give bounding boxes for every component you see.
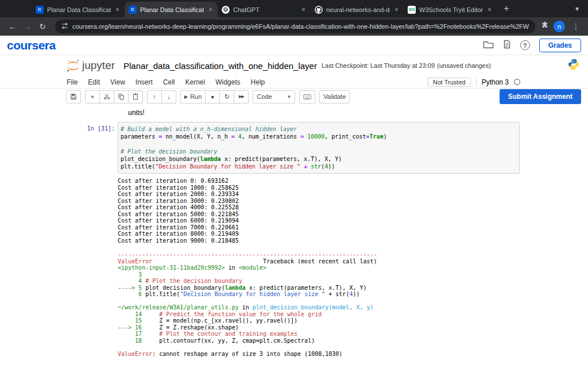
tab-title: Planar Data Classification wit <box>47 6 111 13</box>
notebook-title[interactable]: Planar_data_classification_with_one_hidd… <box>123 61 317 71</box>
profile-avatar[interactable]: n <box>554 21 565 32</box>
menu-kernel[interactable]: Kernel <box>180 78 211 86</box>
menu-help[interactable]: Help <box>246 78 270 86</box>
paste-cell-button[interactable] <box>128 90 143 103</box>
tab-title: neural-networks-and-deep-le <box>326 6 390 13</box>
coursera-favicon: C <box>129 6 137 14</box>
restart-run-all-button[interactable]: ▶▶ <box>234 90 249 103</box>
help-icon[interactable]: ? <box>520 40 530 50</box>
extensions-puzzle-icon[interactable] <box>541 21 549 32</box>
menu-insert[interactable]: Insert <box>130 78 158 86</box>
cell-type-dropdown[interactable]: Code▼ <box>253 90 295 103</box>
jupyter-logo-text: jupyter <box>82 59 115 72</box>
interrupt-kernel-button[interactable]: ■ <box>205 90 220 103</box>
python-logo-icon <box>567 58 580 73</box>
grades-button[interactable]: Grades <box>539 39 581 52</box>
code-cell: In [31]: # Build a model with a n_h-dime… <box>118 122 520 174</box>
cell-output-text: Cost after iteration 0: 0.693162Cost aft… <box>118 178 520 244</box>
site-settings-icon[interactable] <box>61 22 68 30</box>
tab-close-icon[interactable]: × <box>393 6 400 14</box>
kernel-idle-icon <box>514 79 520 85</box>
tab-title: ChatGPT <box>233 6 297 13</box>
browser-tab[interactable]: ChatGPT × <box>218 2 311 17</box>
back-icon[interactable]: ← <box>6 22 20 31</box>
code-editor[interactable]: # Build a model with a n_h-dimensional h… <box>118 122 520 174</box>
code-lines: # Build a model with a n_h-dimensional h… <box>121 125 517 170</box>
divider <box>476 78 477 86</box>
tab-close-icon[interactable]: × <box>300 6 307 14</box>
w3schools-favicon: W3 <box>408 6 416 14</box>
tab-title: Planar Data Classification wit <box>140 6 204 13</box>
browser-window: C Planar Data Classification wit × C Pla… <box>0 0 588 368</box>
menu-cell[interactable]: Cell <box>158 78 180 86</box>
checkpoint-status: Last Checkpoint: Last Thursday at 23:09 <box>322 62 435 69</box>
browser-tab-strip: C Planar Data Classification wit × C Pla… <box>0 0 588 17</box>
jupyter-planet-icon <box>66 59 80 73</box>
menu-file[interactable]: File <box>61 78 83 86</box>
move-cell-up-button[interactable]: ↑ <box>147 90 162 103</box>
tab-close-icon[interactable]: × <box>114 6 121 14</box>
move-cell-down-button[interactable]: ↓ <box>161 90 176 103</box>
restart-icon: ↻ <box>225 93 230 101</box>
add-cell-button[interactable]: + <box>85 90 100 103</box>
unsaved-status: (unsaved changes) <box>437 62 491 69</box>
cell-input-prompt: In [31]: <box>82 125 115 132</box>
browser-tab[interactable]: C Planar Data Classification wit × <box>32 2 125 17</box>
new-tab-button[interactable]: + <box>497 3 516 14</box>
jupyter-menubar: File Edit View Insert Cell Kernel Widget… <box>0 76 588 89</box>
browser-tab[interactable]: neural-networks-and-deep-le × <box>311 2 404 17</box>
url-text: coursera.org/learn/neural-networks-deep-… <box>72 23 529 30</box>
forward-icon[interactable]: → <box>21 22 34 31</box>
folder-icon[interactable] <box>483 40 494 51</box>
cut-cell-button[interactable] <box>99 90 114 103</box>
tab-search-icon[interactable]: ▼ <box>574 6 588 12</box>
restart-kernel-button[interactable]: ↻ <box>219 90 234 103</box>
menu-edit[interactable]: Edit <box>83 78 105 86</box>
command-palette-button[interactable] <box>299 90 315 103</box>
reload-icon[interactable]: ↻ <box>36 22 49 31</box>
chatgpt-favicon <box>222 6 230 14</box>
error-traceback: ----------------------------------------… <box>118 251 520 357</box>
stop-icon: ■ <box>211 94 214 99</box>
tab-close-icon[interactable]: × <box>486 6 493 14</box>
jupyter-logo[interactable]: jupyter <box>66 59 115 73</box>
notes-icon[interactable] <box>503 40 511 51</box>
tab-close-icon[interactable]: × <box>207 6 214 14</box>
chevron-down-icon: ▼ <box>287 94 291 99</box>
jupyter-header: jupyter Planar_data_classification_with_… <box>0 55 588 76</box>
markdown-text: units! <box>128 109 520 117</box>
notebook-content: units! In [31]: # Build a model with a n… <box>0 105 588 368</box>
coursera-logo[interactable]: coursera <box>7 39 56 52</box>
copy-cell-button[interactable] <box>114 90 129 103</box>
kernel-name: Python 3 <box>482 78 509 86</box>
submit-assignment-button[interactable]: Submit Assignment <box>500 89 581 104</box>
run-cell-button[interactable]: ▶Run <box>180 90 206 103</box>
coursera-header: coursera ? Grades <box>0 36 588 55</box>
browser-tab[interactable]: W3 W3Schools Tryit Editor × <box>404 2 497 17</box>
github-favicon <box>315 6 323 14</box>
play-icon: ▶ <box>184 94 188 99</box>
save-button[interactable] <box>66 90 81 103</box>
jupyter-toolbar: + ↑ ↓ ▶Run ■ ↻ ▶▶ Code▼ Validate Submit … <box>0 89 588 105</box>
coursera-favicon: C <box>36 6 44 14</box>
browser-menu-icon[interactable]: ⋮ <box>570 22 582 31</box>
tab-title: W3Schools Tryit Editor <box>419 6 483 13</box>
browser-address-bar: ← → ↻ coursera.org/learn/neural-networks… <box>0 17 588 36</box>
validate-button[interactable]: Validate <box>319 90 350 103</box>
not-trusted-button[interactable]: Not Trusted <box>428 78 471 87</box>
fast-forward-icon: ▶▶ <box>239 94 244 99</box>
menu-view[interactable]: View <box>105 78 130 86</box>
menu-widgets[interactable]: Widgets <box>210 78 245 86</box>
browser-tab-active[interactable]: C Planar Data Classification wit × <box>125 2 218 17</box>
url-field[interactable]: coursera.org/learn/neural-networks-deep-… <box>55 20 535 33</box>
